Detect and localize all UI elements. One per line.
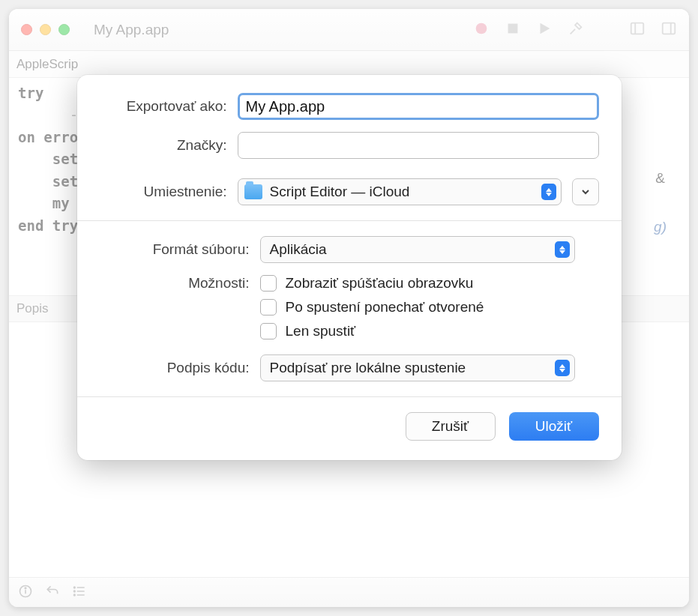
cancel-button[interactable]: Zrušiť <box>406 412 496 441</box>
folder-icon <box>244 184 262 199</box>
svg-rect-3 <box>631 22 644 34</box>
editor-fragment: & <box>655 170 665 187</box>
panel-right-icon[interactable] <box>661 20 677 40</box>
export-sheet: Exportovať ako: Značky: Umiestnenie: Scr… <box>77 75 622 460</box>
close-window-button[interactable] <box>21 24 32 35</box>
record-icon[interactable] <box>473 20 490 40</box>
svg-rect-5 <box>663 22 676 34</box>
location-label: Umiestnenie: <box>100 184 227 200</box>
option-show-startup-checkbox[interactable] <box>260 275 277 292</box>
codesign-select[interactable]: Podpísať pre lokálne spustenie <box>260 354 575 381</box>
svg-point-14 <box>74 591 76 592</box>
editor-keyword: my <box>18 195 78 211</box>
zoom-window-button[interactable] <box>58 24 70 35</box>
description-label: Popis <box>16 301 49 316</box>
option-show-startup-label: Zobraziť spúšťaciu obrazovku <box>286 275 474 292</box>
info-icon[interactable] <box>18 584 33 602</box>
divider <box>77 220 622 221</box>
titlebar: My App.app <box>9 9 689 51</box>
location-value: Script Editor — iCloud <box>270 184 534 200</box>
tags-label: Značky: <box>100 137 227 154</box>
stop-icon[interactable] <box>505 20 521 40</box>
svg-point-13 <box>74 587 76 588</box>
file-format-value: Aplikácia <box>270 241 547 258</box>
language-label: AppleScrip <box>16 57 78 72</box>
footer-toolbar <box>9 577 689 607</box>
svg-point-9 <box>25 588 26 589</box>
tags-input[interactable] <box>238 132 599 159</box>
codesign-label: Podpis kódu: <box>100 360 250 376</box>
editor-keyword: try <box>18 85 43 101</box>
updown-icon <box>541 184 556 200</box>
option-run-only-checkbox[interactable] <box>260 323 277 339</box>
divider <box>77 396 622 397</box>
list-icon[interactable] <box>72 584 87 602</box>
play-icon[interactable] <box>536 20 553 40</box>
expand-location-button[interactable] <box>572 178 599 205</box>
codesign-value: Podpísať pre lokálne spustenie <box>270 360 547 376</box>
options-label: Možnosti: <box>100 275 250 292</box>
minimize-window-button[interactable] <box>40 24 51 35</box>
traffic-lights <box>21 24 70 35</box>
option-stay-open-checkbox[interactable] <box>260 299 277 315</box>
svg-marker-2 <box>541 22 550 34</box>
file-format-label: Formát súboru: <box>100 241 250 258</box>
updown-icon <box>555 241 570 258</box>
file-format-select[interactable]: Aplikácia <box>260 236 575 263</box>
export-as-input[interactable] <box>238 93 599 120</box>
export-as-label: Exportovať ako: <box>100 98 227 115</box>
editor-fragment: g) <box>654 219 667 235</box>
svg-point-15 <box>74 594 76 596</box>
toolbar <box>473 20 677 40</box>
svg-point-0 <box>476 22 487 34</box>
svg-rect-1 <box>508 23 518 33</box>
updown-icon <box>555 360 570 376</box>
language-bar[interactable]: AppleScrip <box>9 51 689 78</box>
window-title: My App.app <box>94 22 169 38</box>
hammer-icon[interactable] <box>568 20 584 40</box>
option-stay-open-label: Po spustení ponechať otvorené <box>286 299 484 315</box>
panel-left-icon[interactable] <box>629 20 646 40</box>
save-button[interactable]: Uložiť <box>509 412 599 441</box>
option-run-only-label: Len spustiť <box>286 323 356 339</box>
location-select[interactable]: Script Editor — iCloud <box>238 178 562 205</box>
reply-icon[interactable] <box>45 584 60 602</box>
editor-keyword: end try <box>18 217 78 234</box>
